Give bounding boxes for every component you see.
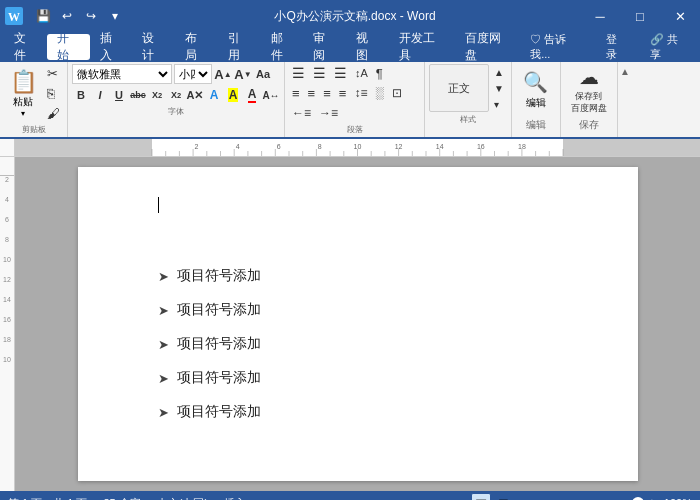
- italic-button[interactable]: I: [91, 86, 109, 104]
- close-button[interactable]: ✕: [660, 0, 700, 32]
- subscript-button[interactable]: X2: [148, 86, 166, 104]
- window-title: 小Q办公演示文稿.docx - Word: [130, 8, 580, 25]
- styles-scroll-up[interactable]: ▲: [491, 64, 507, 80]
- save-quick-button[interactable]: 💾: [32, 5, 54, 27]
- styles-scroll-down[interactable]: ▼: [491, 80, 507, 96]
- svg-text:18: 18: [518, 143, 526, 150]
- bullet-list: ➤ 项目符号添加 ➤ 项目符号添加 ➤ 项目符号添加 ➤ 项目符号添加: [158, 267, 558, 421]
- menu-insert[interactable]: 插入: [90, 34, 133, 60]
- list-item: ➤ 项目符号添加: [158, 301, 558, 319]
- cut-button[interactable]: ✂: [44, 64, 63, 82]
- copy-button[interactable]: ⎘: [44, 84, 63, 102]
- ruler-svg: 2 4 6 8 10 12 14 16 18: [15, 139, 700, 156]
- bullet-arrow-4: ➤: [158, 371, 169, 386]
- paragraph-group: ☰ ☰ ☰ ↕A ¶ ≡ ≡ ≡ ≡ ↕≡ ░ ⊡ ←≡ →≡ 段落: [285, 62, 425, 137]
- zoom-in-button[interactable]: +: [648, 495, 656, 500]
- para-row1: ☰ ☰ ☰ ↕A ¶: [289, 64, 386, 82]
- quick-access-toolbar: 💾 ↩ ↪ ▾: [32, 5, 126, 27]
- document-page[interactable]: ➤ 项目符号添加 ➤ 项目符号添加 ➤ 项目符号添加 ➤ 项目符号添加: [78, 167, 638, 481]
- tell-me-button[interactable]: ♡ 告诉我...: [520, 34, 592, 60]
- outline-button[interactable]: ☰: [331, 64, 350, 82]
- menu-layout[interactable]: 布局: [175, 34, 218, 60]
- save-group: ☁ 保存到百度网盘 保存: [561, 62, 618, 137]
- menu-references[interactable]: 引用: [218, 34, 261, 60]
- font-name-select[interactable]: 微软雅黑: [72, 64, 172, 84]
- web-layout-button[interactable]: ⊞: [493, 493, 513, 500]
- clipboard-row: 📋 粘贴 ▾ ✂ ⎘ 🖌: [4, 64, 63, 122]
- menu-file[interactable]: 文件: [4, 34, 47, 60]
- strikethrough-button[interactable]: abc: [129, 86, 147, 104]
- numbering-button[interactable]: ☰: [310, 64, 329, 82]
- outline-view-button[interactable]: ≡: [515, 493, 535, 500]
- char-spacing-button[interactable]: A↔: [262, 86, 280, 104]
- styles-group-label: 样式: [429, 114, 507, 125]
- ribbon-collapse-button[interactable]: ▲: [620, 66, 630, 77]
- menu-home[interactable]: 开始: [47, 34, 90, 60]
- shading-button[interactable]: ░: [372, 84, 387, 102]
- editing-label: 编辑: [526, 96, 546, 110]
- show-marks-button[interactable]: ¶: [373, 64, 386, 82]
- share-button[interactable]: 🔗 共享: [640, 34, 696, 60]
- clear-format-button[interactable]: A✕: [186, 86, 204, 104]
- styles-expand[interactable]: ▾: [491, 96, 507, 112]
- justify-button[interactable]: ≡: [336, 84, 350, 102]
- list-item: ➤ 项目符号添加: [158, 335, 558, 353]
- paste-icon: 📋: [10, 69, 37, 95]
- menu-developer[interactable]: 开发工具: [389, 34, 455, 60]
- bullets-button[interactable]: ☰: [289, 64, 308, 82]
- font-color-button[interactable]: A: [243, 86, 261, 104]
- bullet-text-5: 项目符号添加: [177, 403, 261, 421]
- bullet-arrow-2: ➤: [158, 303, 169, 318]
- svg-text:14: 14: [436, 143, 444, 150]
- text-effect-button[interactable]: A: [205, 86, 223, 104]
- ruler-left-margin: [0, 139, 15, 156]
- align-center-button[interactable]: ≡: [305, 84, 319, 102]
- editing-group-label: 编辑: [516, 118, 556, 132]
- svg-text:12: 12: [395, 143, 403, 150]
- ruler-main[interactable]: 2 4 6 8 10 12 14 16 18: [15, 139, 700, 156]
- language: 中文(中国): [157, 496, 208, 501]
- grow-font-button[interactable]: A▲: [214, 65, 232, 83]
- highlight-button[interactable]: A: [224, 86, 242, 104]
- document-scroll[interactable]: ➤ 项目符号添加 ➤ 项目符号添加 ➤ 项目符号添加 ➤ 项目符号添加: [15, 157, 700, 491]
- border-button[interactable]: ⊡: [389, 84, 405, 102]
- customize-toolbar-button[interactable]: ▾: [104, 5, 126, 27]
- paste-button[interactable]: 📋 粘贴 ▾: [4, 67, 42, 119]
- align-right-button[interactable]: ≡: [320, 84, 334, 102]
- line-spacing-button[interactable]: ↕≡: [351, 84, 370, 102]
- menu-design[interactable]: 设计: [132, 34, 175, 60]
- superscript-button[interactable]: X2: [167, 86, 185, 104]
- indent-left-button[interactable]: ←≡: [289, 104, 314, 122]
- change-case-button[interactable]: Aa: [254, 65, 272, 83]
- menu-baidu[interactable]: 百度网盘: [455, 34, 521, 60]
- indent-right-button[interactable]: →≡: [316, 104, 341, 122]
- word-app-icon: W: [4, 6, 24, 26]
- status-right: ▣ ⊞ ≡ ─ + 100%: [471, 493, 692, 500]
- menu-view[interactable]: 视图: [346, 34, 389, 60]
- minimize-button[interactable]: ─: [580, 0, 620, 32]
- zoom-out-button[interactable]: ─: [543, 496, 552, 500]
- para-row3: ←≡ →≡: [289, 104, 341, 122]
- format-painter-button[interactable]: 🖌: [44, 104, 63, 122]
- redo-button[interactable]: ↪: [80, 5, 102, 27]
- menu-mailings[interactable]: 邮件: [261, 34, 304, 60]
- shrink-font-button[interactable]: A▼: [234, 65, 252, 83]
- underline-button[interactable]: U: [110, 86, 128, 104]
- svg-text:6: 6: [277, 143, 281, 150]
- bullet-arrow-5: ➤: [158, 405, 169, 420]
- bullet-arrow-3: ➤: [158, 337, 169, 352]
- print-layout-button[interactable]: ▣: [471, 493, 491, 500]
- undo-button[interactable]: ↩: [56, 5, 78, 27]
- menu-review[interactable]: 审阅: [303, 34, 346, 60]
- sort-button[interactable]: ↕A: [352, 64, 371, 82]
- save-baidu-label: 保存到百度网盘: [571, 91, 607, 114]
- styles-group: 正文 ▲ ▼ ▾ 样式: [425, 62, 512, 137]
- restore-button[interactable]: □: [620, 0, 660, 32]
- font-size-select[interactable]: 小四 四号 12 14: [174, 64, 212, 84]
- align-left-button[interactable]: ≡: [289, 84, 303, 102]
- login-button[interactable]: 登录: [596, 34, 636, 60]
- save-baidu-button[interactable]: ☁ 保存到百度网盘: [565, 64, 613, 116]
- bold-button[interactable]: B: [72, 86, 90, 104]
- editing-button[interactable]: 🔍 编辑: [516, 64, 556, 116]
- styles-content: 正文 ▲ ▼ ▾: [429, 64, 507, 112]
